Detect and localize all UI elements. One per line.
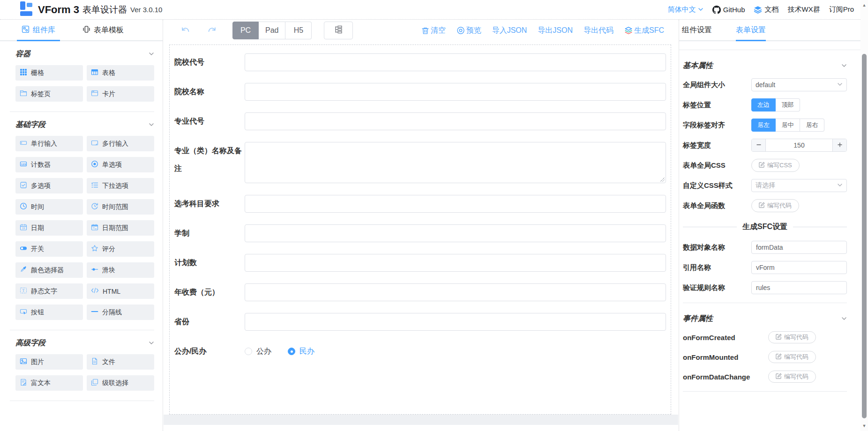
widget-time-range[interactable]: 时间范围 [87, 199, 154, 215]
label-align-right[interactable]: 居右 [800, 119, 824, 132]
language-selector[interactable]: 简体中文 [668, 5, 703, 14]
widget-divider[interactable]: 分隔线 [87, 305, 154, 320]
label-align-center[interactable]: 居中 [776, 119, 800, 132]
form-field-row[interactable]: 院校代号 [174, 53, 666, 71]
subscribe-pro-link[interactable]: 订阅Pro [829, 5, 854, 14]
form-field-row[interactable]: 院校名称 [174, 83, 666, 101]
scroll-up-arrow-icon[interactable]: ▲ [861, 2, 868, 8]
widget-static-text[interactable]: T静态文字 [15, 283, 83, 299]
export-json-button[interactable]: 导出JSON [538, 26, 573, 36]
section-basic-fields[interactable]: 基础字段 [15, 120, 154, 130]
edit-onformcreated-button[interactable]: 编写代码 [768, 331, 816, 343]
section-advanced-fields[interactable]: 高级字段 [15, 338, 154, 348]
widget-cascader[interactable]: 级联选择 [87, 375, 154, 391]
form-field-row[interactable]: 省份 [174, 313, 666, 331]
widget-picture-upload[interactable]: 图片 [15, 354, 83, 370]
preview-button[interactable]: 预览 [456, 26, 481, 36]
import-json-button[interactable]: 导入JSON [492, 26, 527, 36]
global-size-select[interactable]: default [751, 78, 847, 91]
docs-link[interactable]: 文档 [754, 5, 778, 14]
widget-label: 日期 [31, 224, 44, 232]
label-align-group: 居左 居中 居右 [751, 119, 847, 132]
widget-card[interactable]: 卡片 [87, 86, 154, 102]
scroll-down-arrow-icon[interactable]: ▼ [861, 423, 868, 429]
widget-file-upload[interactable]: 文件 [87, 354, 154, 370]
tab-widget-settings[interactable]: 组件设置 [682, 20, 712, 40]
undo-button[interactable] [180, 26, 191, 35]
field-input[interactable] [245, 83, 666, 101]
device-pc-button[interactable]: PC [232, 22, 259, 39]
widget-text-input[interactable]: 单行输入 [15, 136, 83, 151]
form-canvas[interactable]: 院校代号 院校名称 专业代号 专业（类）名称及备注 选考科目要求 学制 [169, 45, 671, 415]
field-input[interactable] [245, 224, 666, 242]
seg-label: 顶部 [782, 101, 794, 109]
custom-class-select[interactable]: 请选择 [751, 179, 847, 192]
widget-textarea[interactable]: 多行输入 [87, 136, 154, 151]
section-container[interactable]: 容器 [15, 49, 154, 59]
form-field-row[interactable]: 公办/民办 公办 民办 [174, 342, 666, 360]
rules-name-input[interactable] [751, 281, 847, 294]
radio-option-public[interactable]: 公办 [245, 347, 271, 357]
widget-color-picker[interactable]: 颜色选择器 [15, 262, 83, 278]
label-position-left[interactable]: 左边 [751, 98, 776, 111]
generate-sfc-button[interactable]: 生成SFC [624, 26, 664, 36]
field-input[interactable] [245, 254, 666, 272]
widget-date[interactable]: 19日期 [15, 220, 83, 236]
resize-grip[interactable] [660, 177, 665, 182]
device-h5-button[interactable]: H5 [285, 22, 312, 39]
node-tree-button[interactable] [324, 22, 353, 39]
event-props-header[interactable]: 事件属性 [683, 314, 847, 324]
widget-select[interactable]: 下拉选项 [87, 178, 154, 193]
widget-tab-page[interactable]: 标签页 [15, 86, 83, 102]
stepper-decrease-button[interactable] [752, 139, 766, 151]
form-field-row[interactable]: 专业代号 [174, 112, 666, 130]
label-align-left[interactable]: 居左 [751, 119, 776, 132]
edit-global-func-button[interactable]: 编写代码 [751, 199, 799, 212]
tab-form-template[interactable]: 表单模板 [82, 20, 124, 40]
widget-rate[interactable]: 评分 [87, 241, 154, 257]
widget-switch[interactable]: 开关 [15, 241, 83, 257]
edit-onformdatachange-button[interactable]: 编写代码 [768, 371, 816, 383]
stepper-value[interactable]: 150 [766, 139, 832, 151]
widget-radio[interactable]: 单选项 [87, 157, 154, 172]
form-field-row[interactable]: 选考科目要求 [174, 195, 666, 213]
field-input[interactable] [245, 283, 666, 301]
export-code-button[interactable]: 导出代码 [584, 26, 614, 36]
field-input[interactable] [245, 53, 666, 71]
widget-grid[interactable]: 栅格 [15, 65, 83, 81]
widget-number[interactable]: 123计数器 [15, 157, 83, 172]
widget-button[interactable]: 按钮 [15, 305, 83, 320]
basic-props-header[interactable]: 基本属性 [683, 61, 847, 71]
browser-scrollbar[interactable]: ▲ ▼ [861, 0, 868, 431]
form-field-row[interactable]: 年收费（元） [174, 283, 666, 301]
github-link[interactable]: GitHub [712, 6, 745, 14]
edit-onformmounted-button[interactable]: 编写代码 [768, 351, 816, 363]
field-input[interactable] [245, 195, 666, 213]
widget-date-range[interactable]: 日期范围 [87, 220, 154, 236]
field-input[interactable] [245, 313, 666, 331]
widget-rich-editor[interactable]: 富文本 [15, 375, 83, 391]
redo-button[interactable] [207, 26, 217, 35]
scrollbar-thumb[interactable] [862, 54, 867, 418]
device-pad-button[interactable]: Pad [259, 22, 285, 39]
radio-option-private[interactable]: 民办 [288, 347, 314, 357]
ref-name-input[interactable] [751, 261, 847, 274]
widget-slider[interactable]: 滑块 [87, 262, 154, 278]
widget-table[interactable]: 表格 [87, 65, 154, 81]
wx-group-link[interactable]: 技术WX群 [787, 5, 820, 14]
widget-html[interactable]: HTML [87, 283, 154, 299]
edit-css-button[interactable]: 编写CSS [751, 159, 800, 172]
field-textarea[interactable] [245, 142, 666, 183]
form-field-row[interactable]: 专业（类）名称及备注 [174, 142, 666, 183]
form-field-row[interactable]: 计划数 [174, 254, 666, 272]
tab-widget-library[interactable]: 组件库 [22, 20, 55, 40]
widget-time[interactable]: 时间 [15, 199, 83, 215]
label-position-top[interactable]: 顶部 [776, 98, 800, 111]
stepper-increase-button[interactable] [832, 139, 846, 151]
widget-checkbox[interactable]: 多选项 [15, 178, 83, 193]
form-field-row[interactable]: 学制 [174, 224, 666, 242]
data-object-name-input[interactable] [751, 241, 847, 254]
field-input[interactable] [245, 112, 666, 130]
clear-button[interactable]: 清空 [421, 26, 446, 36]
tab-form-settings[interactable]: 表单设置 [736, 20, 766, 40]
